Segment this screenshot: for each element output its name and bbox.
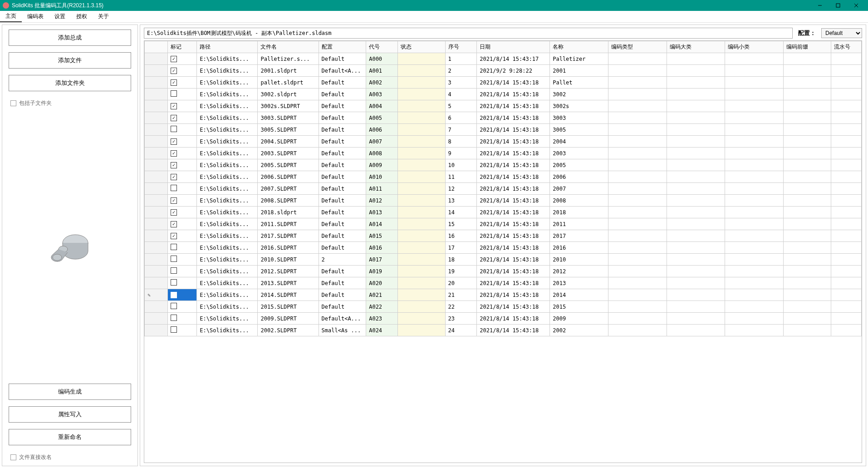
cell-code[interactable]: A016 [366,242,398,254]
row-header[interactable] [145,183,168,195]
cell-date[interactable]: 2021/8/14 15:43:18 [477,301,550,313]
cell-state[interactable] [397,195,445,207]
cell-ecbig[interactable] [667,171,725,183]
cell-prefix[interactable] [784,65,831,77]
cell-prefix[interactable] [784,325,831,336]
col-header-state[interactable]: 状态 [397,41,445,53]
cell-code[interactable]: A002 [366,77,398,89]
cell-date[interactable]: 2021/9/2 9:28:22 [477,65,550,77]
cell-state[interactable] [397,313,445,325]
cell-ectype[interactable] [608,207,667,218]
cell-ectype[interactable] [608,65,667,77]
cell-path[interactable]: E:\Solidkits... [197,301,258,313]
cell-state[interactable] [397,218,445,230]
table-row[interactable]: E:\Solidkits...2005.SLDPRTDefaultA009102… [145,159,862,171]
cell-serial[interactable] [831,65,861,77]
cell-ecbig[interactable] [667,148,725,159]
cell-ectype[interactable] [608,100,667,112]
cell-path[interactable]: E:\Solidkits... [197,89,258,100]
cell-ecsmall[interactable] [725,77,784,89]
cell-filename[interactable]: 2003.SLDPRT [258,148,319,159]
cell-config[interactable]: Default<A... [319,313,366,325]
menubar-item-1[interactable]: 编码表 [22,11,49,22]
cell-serial[interactable] [831,242,861,254]
table-row[interactable]: E:\Solidkits...2011.SLDPRTDefaultA014152… [145,218,862,230]
cell-ecbig[interactable] [667,277,725,289]
cell-state[interactable] [397,301,445,313]
rename-button[interactable]: 重新命名 [9,429,131,445]
cell-path[interactable]: E:\Solidkits... [197,171,258,183]
cell-date[interactable]: 2021/8/14 15:43:18 [477,112,550,124]
cell-filename[interactable]: 2009.SLDPRT [258,313,319,325]
cell-serial[interactable] [831,183,861,195]
cell-path[interactable]: E:\Solidkits... [197,100,258,112]
table-row[interactable]: E:\Solidkits...2002.SLDPRTSmall<As ...A0… [145,325,862,336]
mark-checkbox-cell[interactable] [167,254,196,266]
include-subfolder-checkbox[interactable]: 包括子文件夹 [10,99,131,107]
cell-serial[interactable] [831,100,861,112]
cell-code[interactable]: A006 [366,124,398,136]
cell-serial[interactable] [831,313,861,325]
cell-name[interactable]: Palletizer [550,53,608,65]
cell-path[interactable]: E:\Solidkits... [197,65,258,77]
mark-checkbox-cell[interactable] [167,65,196,77]
row-header[interactable] [145,230,168,242]
cell-filename[interactable]: 2018.sldprt [258,207,319,218]
cell-ectype[interactable] [608,136,667,148]
cell-config[interactable]: Default [319,89,366,100]
cell-seq[interactable]: 20 [445,277,477,289]
cell-path[interactable]: E:\Solidkits... [197,325,258,336]
cell-prefix[interactable] [784,266,831,277]
cell-code[interactable]: A011 [366,183,398,195]
cell-name[interactable]: 2012 [550,266,608,277]
cell-ecbig[interactable] [667,136,725,148]
mark-checkbox-cell[interactable] [167,242,196,254]
table-row[interactable]: E:\Solidkits...2007.SLDPRTDefaultA011122… [145,183,862,195]
row-header[interactable] [145,254,168,266]
cell-path[interactable]: E:\Solidkits... [197,313,258,325]
cell-prefix[interactable] [784,112,831,124]
cell-prefix[interactable] [784,242,831,254]
cell-code[interactable]: A008 [366,148,398,159]
cell-ecbig[interactable] [667,100,725,112]
cell-ecbig[interactable] [667,207,725,218]
row-header[interactable] [145,65,168,77]
cell-ectype[interactable] [608,277,667,289]
cell-serial[interactable] [831,89,861,100]
cell-name[interactable]: 2005 [550,159,608,171]
mark-checkbox-cell[interactable] [167,53,196,65]
col-header-seq[interactable]: 序号 [445,41,477,53]
cell-filename[interactable]: 2013.SLDPRT [258,277,319,289]
mark-checkbox-cell[interactable] [167,124,196,136]
cell-name[interactable]: 3005 [550,124,608,136]
cell-state[interactable] [397,124,445,136]
cell-state[interactable] [397,266,445,277]
row-header[interactable] [145,218,168,230]
row-header[interactable] [145,195,168,207]
cell-config[interactable]: Default [319,77,366,89]
col-header-ecbig[interactable]: 编码大类 [667,41,725,53]
cell-seq[interactable]: 2 [445,65,477,77]
cell-date[interactable]: 2021/8/14 15:43:18 [477,77,550,89]
cell-path[interactable]: E:\Solidkits... [197,254,258,266]
cell-path[interactable]: E:\Solidkits... [197,242,258,254]
cell-filename[interactable]: 2012.SLDPRT [258,266,319,277]
cell-serial[interactable] [831,301,861,313]
cell-prefix[interactable] [784,124,831,136]
cell-date[interactable]: 2021/8/14 15:43:17 [477,53,550,65]
cell-code[interactable]: A001 [366,65,398,77]
cell-ecsmall[interactable] [725,289,784,301]
minimize-button[interactable] [811,0,829,11]
col-header-path[interactable]: 路径 [197,41,258,53]
mark-checkbox-cell[interactable] [167,171,196,183]
cell-date[interactable]: 2021/8/14 15:43:18 [477,277,550,289]
cell-ecbig[interactable] [667,230,725,242]
cell-serial[interactable] [831,325,861,336]
row-header[interactable] [145,112,168,124]
col-header-ectype[interactable]: 编码类型 [608,41,667,53]
cell-prefix[interactable] [784,183,831,195]
cell-code[interactable]: A022 [366,301,398,313]
cell-ecbig[interactable] [667,325,725,336]
row-header[interactable] [145,313,168,325]
cell-seq[interactable]: 21 [445,289,477,301]
